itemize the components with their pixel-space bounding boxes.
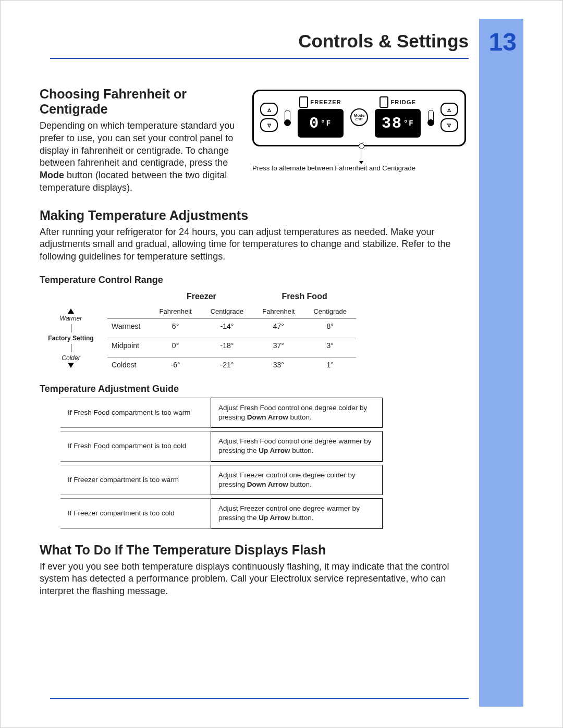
range-row: Midpoint 0° -18° 37° 3° [107,338,356,353]
guide-action: Adjust Freezer control one degree warmer… [211,499,383,528]
guide-table: If Fresh Food compartment is too warm Ad… [60,398,383,529]
mode-label-top: Mode [354,114,365,118]
fridge-down-button[interactable]: ▿ [440,118,458,132]
range-cell: 37° [253,338,304,353]
range-header-fc: Centigrade [201,304,253,319]
fridge-door-icon [380,96,388,108]
range-warmer-label: Warmer [60,315,82,322]
range-cell: 0° [150,338,201,353]
fridge-label: FRIDGE [390,99,416,105]
range-group-freshfood: Fresh Food [253,289,356,304]
guide-title: Temperature Adjustment Guide [40,384,466,394]
freezer-door-icon [299,96,308,108]
mode-word: Mode [40,170,64,180]
range-row: Warmest 6° -14° 47° 8° [107,318,356,334]
section-body-flash: If ever you you see both temperature dis… [40,561,466,598]
guide-row: If Freezer compartment is too cold Adjus… [60,499,383,528]
fridge-temp-unit: °F [403,119,414,128]
guide-action: Adjust Freezer control one degree colder… [211,465,383,495]
manual-page: Controls & Settings 13 ▵ ▿ FREEZER 0°F [0,0,563,728]
thermometer-icon [285,110,290,125]
arrow-down-icon [68,363,74,368]
range-table-wrap: Warmer Factory Setting Colder Freezer Fr… [40,289,466,372]
freezer-down-button[interactable]: ▿ [260,118,278,132]
page-title: Controls & Settings [298,31,469,51]
fc-body-b: button (located between the two digital … [40,170,227,193]
guide-condition: If Freezer compartment is too warm [60,465,211,495]
page-title-block: Controls & Settings [298,31,469,52]
fridge-label-row: FRIDGE [380,96,416,108]
range-cell: 6° [150,318,201,334]
range-header-ff: Fahrenheit [150,304,201,319]
guide-action-bold: Up Arrow [259,447,290,454]
range-header-rc: Centigrade [304,304,356,319]
range-cell: 33° [253,357,304,372]
fc-body-a: Depending on which temperature standard … [40,120,235,168]
guide-action-b: button. [290,447,314,454]
range-colder-label: Colder [62,354,80,362]
fridge-temp-value: 38 [382,115,402,132]
range-group-freezer: Freezer [150,289,253,304]
range-row-label: Coldest [107,357,150,372]
range-cell: 8° [304,318,356,334]
header-rule [50,58,469,59]
guide-action-bold: Down Arrow [247,480,288,488]
guide-action: Adjust Fresh Food control one degree war… [211,431,383,461]
section-heading-adjust: Making Temperature Adjustments [40,208,466,223]
guide-row: If Fresh Food compartment is too cold Ad… [60,431,383,461]
range-factory-label: Factory Setting [48,335,93,342]
range-cell: 1° [304,357,356,372]
range-axis: Warmer Factory Setting Colder [40,289,102,372]
section-heading-flash: What To Do If The Temperature Displays F… [40,542,466,558]
guide-action-bold: Up Arrow [259,514,290,522]
range-axis-line [71,324,71,332]
mode-button[interactable]: Mode C°/F° [350,108,368,126]
range-title: Temperature Control Range [40,275,466,286]
range-cell: -21° [201,357,253,372]
range-table: Freezer Fresh Food Fahrenheit Centigrade… [107,289,356,372]
range-cell: -18° [201,338,253,353]
range-cell: -6° [150,357,201,372]
panel-caption: Press to alternate between Fahrenheit an… [252,164,466,173]
freezer-temp-value: 0 [309,115,320,132]
range-row-label: Warmest [107,318,150,334]
guide-action-bold: Down Arrow [247,413,288,421]
guide-condition: If Fresh Food compartment is too warm [60,398,211,427]
range-header-rf: Fahrenheit [253,304,304,319]
range-axis-line [71,344,71,352]
freezer-up-button[interactable]: ▵ [260,103,278,116]
range-cell: 47° [253,318,304,334]
page-side-stripe [479,19,523,707]
guide-condition: If Freezer compartment is too cold [60,499,211,528]
guide-action-b: button. [290,514,314,522]
range-cell: 3° [304,338,356,353]
control-panel-illustration: ▵ ▿ FREEZER 0°F Mode C°/F° [252,90,466,146]
guide-row: If Fresh Food compartment is too warm Ad… [60,398,383,427]
guide-condition: If Fresh Food compartment is too cold [60,431,211,461]
page-number: 13 [489,28,517,56]
control-panel-figure: ▵ ▿ FREEZER 0°F Mode C°/F° [252,90,466,173]
fridge-display: 38°F [375,109,421,138]
section-body-adjust: After running your refrigerator for 24 h… [40,226,466,263]
range-cell: -14° [201,318,253,334]
footer-rule [50,698,469,699]
freezer-label-row: FREEZER [299,96,341,108]
guide-action-b: button. [288,413,312,421]
range-row-label: Midpoint [107,338,150,353]
range-row: Coldest -6° -21° 33° 1° [107,357,356,372]
guide-row: If Freezer compartment is too warm Adjus… [60,465,383,495]
guide-action: Adjust Fresh Food control one degree col… [211,398,383,427]
fridge-up-button[interactable]: ▵ [440,103,458,116]
freezer-temp-unit: °F [321,119,332,128]
mode-label-bottom: C°/F° [356,118,363,121]
arrow-up-icon [68,309,74,314]
freezer-display: 0°F [298,109,344,138]
guide-action-b: button. [288,480,312,488]
thermometer-icon [428,110,434,125]
freezer-label: FREEZER [310,99,341,105]
